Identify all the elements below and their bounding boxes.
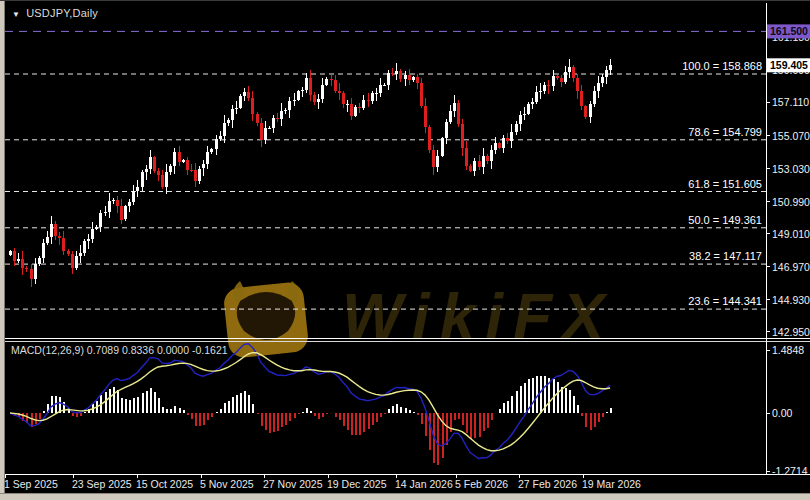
price-tick-label: 155.070 [772,130,810,142]
chart-canvas[interactable]: WikiFX100.0 = 158.86878.6 = 154.79961.8 … [0,1,810,500]
fib-level-label: 38.2 = 147.117 [689,250,762,262]
macd-tick-label: 0.00 [772,407,793,419]
symbol-title: USDJPY,Daily [26,7,98,19]
symbol-label: ▼USDJPY,Daily [12,7,98,19]
price-tick-label: 149.010 [772,228,810,240]
time-axis-label: 19 Dec 2025 [327,478,387,490]
fib-level-label: 50.0 = 149.361 [688,214,762,226]
window-left-border [0,1,5,500]
watermark: WikiFX [223,281,615,359]
fib-level-label: 23.6 = 144.341 [688,295,762,307]
level-price-tag-text: 161.500 [770,25,808,37]
window-bottom-border [0,493,810,500]
time-axis-label: 23 Sep 2025 [72,478,132,490]
time-axis-label: 1 Sep 2025 [4,478,58,490]
time-axis-label: 5 Nov 2025 [200,478,254,490]
price-tick-label: 150.990 [772,196,810,208]
indicator-label: MACD(12,26,9) 0.7089 0.8336 0.0000 -0.16… [11,344,228,356]
fib-level-label: 61.8 = 151.605 [688,178,762,190]
time-axis[interactable]: 1 Sep 202523 Sep 202515 Oct 20255 Nov 20… [0,476,810,493]
time-axis-label: 19 Mar 2026 [582,478,641,490]
time-axis-label: 27 Nov 2025 [263,478,323,490]
price-tick-label: 142.950 [772,326,810,338]
current-price-tag-text: 159.405 [770,59,808,71]
price-tick-label: 157.110 [772,96,809,108]
time-axis-label: 15 Oct 2025 [136,478,193,490]
time-axis-label: 14 Jan 2026 [395,478,453,490]
watermark-text: WikiFX [342,281,615,353]
time-axis-label: 5 Feb 2026 [455,478,508,490]
chevron-down-icon[interactable]: ▼ [12,10,20,19]
price-tick-label: 153.030 [772,163,810,175]
candles-layer[interactable] [9,59,612,287]
chart-window: WikiFX100.0 = 158.86878.6 = 154.79961.8 … [0,0,810,500]
macd-tick-label: 1.4848 [772,344,804,356]
time-axis-label: 27 Feb 2026 [518,478,577,490]
price-tick-label: 146.970 [772,261,810,273]
fib-level-label: 100.0 = 158.868 [682,60,762,72]
fib-level-label: 78.6 = 154.799 [688,126,762,138]
price-tick-label: 144.930 [772,294,810,306]
